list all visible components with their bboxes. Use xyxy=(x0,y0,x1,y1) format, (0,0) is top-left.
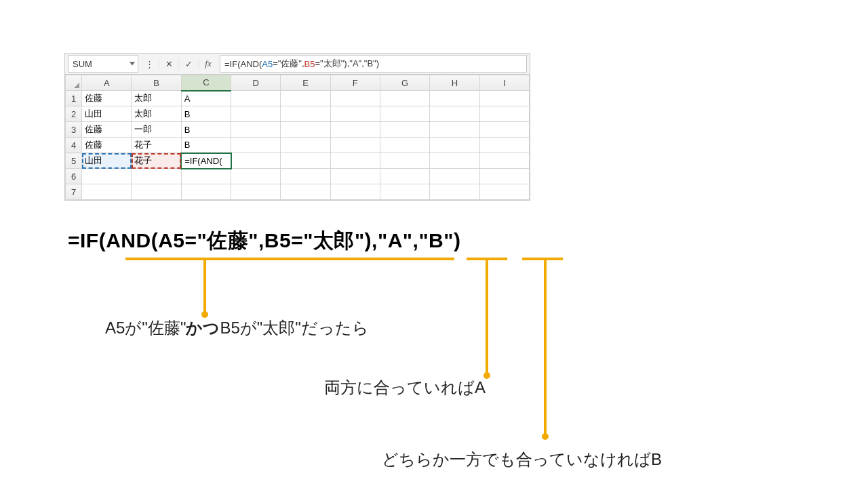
cancel-icon[interactable]: ✕ xyxy=(159,59,179,69)
formula-part: =IF(AND( xyxy=(224,59,262,69)
col-header-H[interactable]: H xyxy=(430,75,479,91)
cell[interactable]: B xyxy=(181,138,231,153)
note-text: B5が"太郎"だったら xyxy=(220,319,368,337)
cell[interactable] xyxy=(430,106,479,122)
arrow-false xyxy=(544,260,547,435)
cell[interactable] xyxy=(380,106,429,122)
cell[interactable] xyxy=(479,122,529,138)
cell[interactable]: 佐藤 xyxy=(82,138,132,153)
spreadsheet-grid[interactable]: A B C D E F G H I 1 佐藤 太郎 A 2 山田 太郎 B xyxy=(65,75,530,200)
col-header-F[interactable]: F xyxy=(330,75,380,91)
cell[interactable] xyxy=(430,138,479,153)
arrow-condition xyxy=(203,260,206,313)
cell[interactable] xyxy=(380,138,429,153)
cell[interactable] xyxy=(132,169,181,184)
note-false: どちらか一方でも合っていなければB xyxy=(382,449,662,470)
cell[interactable] xyxy=(231,169,281,184)
row-header[interactable]: 1 xyxy=(66,91,82,106)
cell[interactable] xyxy=(231,184,281,200)
note-text: A5が"佐藤" xyxy=(105,319,186,337)
cell[interactable] xyxy=(231,122,281,138)
note-condition: A5が"佐藤"かつB5が"太郎"だったら xyxy=(105,317,369,339)
row-header[interactable]: 6 xyxy=(66,169,82,184)
cell[interactable] xyxy=(231,91,281,106)
cell[interactable] xyxy=(330,138,380,153)
cell[interactable] xyxy=(430,91,479,106)
cell[interactable] xyxy=(330,91,380,106)
cell[interactable] xyxy=(231,153,281,169)
cell[interactable] xyxy=(281,122,330,138)
cell[interactable] xyxy=(281,138,330,153)
col-header-D[interactable]: D xyxy=(231,75,281,91)
row-header[interactable]: 2 xyxy=(66,106,82,122)
cell[interactable] xyxy=(330,184,380,200)
cell[interactable] xyxy=(181,169,231,184)
cell[interactable] xyxy=(82,169,132,184)
cell[interactable] xyxy=(181,184,231,200)
cell-a5[interactable]: 山田 xyxy=(82,153,132,169)
col-header-G[interactable]: G xyxy=(380,75,429,91)
cell[interactable] xyxy=(330,169,380,184)
col-header-B[interactable]: B xyxy=(132,75,181,91)
select-all[interactable] xyxy=(66,75,82,91)
cell[interactable] xyxy=(281,106,330,122)
big-formula-text: =IF(AND(A5="佐藤",B5="太郎"),"A","B") xyxy=(68,229,461,251)
cell[interactable]: 太郎 xyxy=(132,91,181,106)
cell[interactable] xyxy=(231,138,281,153)
col-header-C[interactable]: C xyxy=(181,75,231,91)
row-header[interactable]: 5 xyxy=(66,153,82,169)
enter-icon[interactable]: ✓ xyxy=(179,59,199,69)
cell[interactable] xyxy=(281,153,330,169)
cell[interactable] xyxy=(82,184,132,200)
col-header-E[interactable]: E xyxy=(281,75,330,91)
cell[interactable] xyxy=(380,153,429,169)
cell-c5-active[interactable]: =IF(AND( xyxy=(181,153,231,169)
col-header-I[interactable]: I xyxy=(479,75,529,91)
cell[interactable] xyxy=(479,169,529,184)
cell[interactable]: 花子 xyxy=(132,138,181,153)
cell[interactable] xyxy=(479,106,529,122)
cell[interactable] xyxy=(479,153,529,169)
cell[interactable] xyxy=(479,91,529,106)
cell[interactable] xyxy=(479,138,529,153)
cell[interactable] xyxy=(380,91,429,106)
note-true: 両方に合っていればA xyxy=(324,377,486,399)
cell[interactable] xyxy=(430,184,479,200)
cell[interactable] xyxy=(479,184,529,200)
cell[interactable] xyxy=(430,153,479,169)
cell[interactable]: B xyxy=(181,106,231,122)
cell[interactable]: 佐藤 xyxy=(82,122,132,138)
cell-b5[interactable]: 花子 xyxy=(132,153,181,169)
cell[interactable] xyxy=(281,184,330,200)
cell[interactable] xyxy=(132,184,181,200)
note-bold: かつ xyxy=(186,319,220,337)
cell[interactable] xyxy=(380,184,429,200)
cell[interactable]: B xyxy=(181,122,231,138)
cell[interactable] xyxy=(330,122,380,138)
arrow-dot-icon xyxy=(542,433,549,440)
cell[interactable] xyxy=(330,106,380,122)
cell[interactable] xyxy=(380,169,429,184)
formula-input[interactable]: =IF(AND(A5="佐藤",B5="太郎"),"A","B") xyxy=(220,55,527,73)
fx-icon[interactable]: fx xyxy=(199,58,218,69)
cell[interactable] xyxy=(430,122,479,138)
cell[interactable]: A xyxy=(181,91,231,106)
name-box[interactable]: SUM xyxy=(68,55,138,73)
col-header-A[interactable]: A xyxy=(82,75,132,91)
row-header[interactable]: 4 xyxy=(66,138,82,153)
row-header[interactable]: 3 xyxy=(66,122,82,138)
cell[interactable] xyxy=(380,122,429,138)
cell[interactable] xyxy=(281,91,330,106)
cell[interactable]: 佐藤 xyxy=(82,91,132,106)
cell[interactable] xyxy=(231,106,281,122)
cell[interactable] xyxy=(281,169,330,184)
dropdown-icon[interactable] xyxy=(130,62,135,66)
cell[interactable]: 山田 xyxy=(82,106,132,122)
cell[interactable]: 一郎 xyxy=(132,122,181,138)
cell[interactable] xyxy=(430,169,479,184)
cell[interactable]: 太郎 xyxy=(132,106,181,122)
formula-ref-b5: B5 xyxy=(304,59,315,69)
row-header[interactable]: 7 xyxy=(66,184,82,200)
formula-buttons: ⋮ ✕ ✓ fx xyxy=(140,54,218,74)
cell[interactable] xyxy=(330,153,380,169)
